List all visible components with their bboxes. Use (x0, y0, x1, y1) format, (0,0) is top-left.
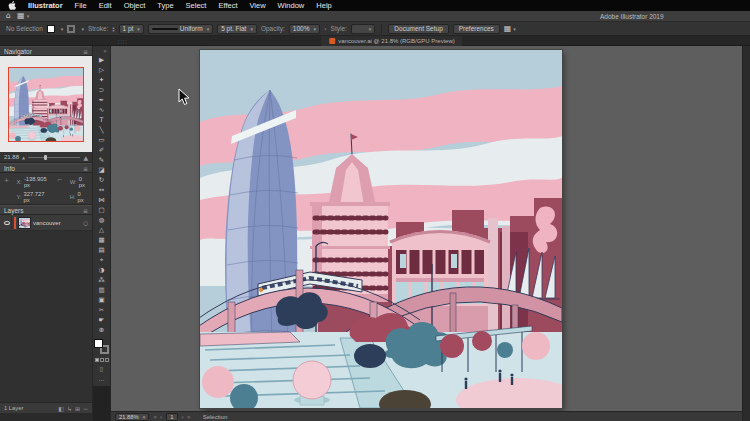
dock-bottom-spacer (0, 413, 92, 421)
chevron-down-icon: ▾ (27, 13, 30, 19)
stroke-caret-icon[interactable]: ▾ (81, 26, 84, 32)
pasteboard[interactable] (111, 46, 742, 411)
tool-gradient[interactable]: ▤ (95, 245, 109, 255)
prev-artboard-icon[interactable]: ‹ (160, 413, 162, 420)
navigator-zoom-slider[interactable] (28, 157, 80, 158)
tool-selection[interactable]: ▶ (95, 55, 109, 65)
layer-name[interactable]: vancouver (33, 220, 81, 226)
home-icon[interactable]: ⌂ (6, 12, 11, 20)
stroke-swatch[interactable] (67, 25, 75, 33)
apple-menu[interactable] (8, 1, 16, 10)
layer-visibility-toggle[interactable] (2, 217, 12, 229)
brush-dropdown[interactable]: 5 pt. Flat▾ (217, 24, 257, 34)
tool-line-segment[interactable]: ╲ (95, 125, 109, 135)
menu-file[interactable]: File (69, 1, 93, 10)
last-artboard-icon[interactable]: » (187, 413, 191, 420)
tool-pen[interactable]: ✒ (95, 95, 109, 105)
tool-lasso[interactable]: ⊃ (95, 85, 109, 95)
drawing-modes[interactable] (95, 358, 109, 362)
tool-eyedropper[interactable]: ⌖ (95, 255, 109, 265)
tool-graph[interactable]: ▥ (95, 285, 109, 295)
tool-pencil[interactable]: ✎ (95, 155, 109, 165)
layer-row[interactable]: vancouver ○ (0, 215, 92, 231)
delete-layer-icon[interactable]: − (83, 405, 88, 412)
menu-object[interactable]: Object (118, 1, 152, 10)
menu-type[interactable]: Type (151, 1, 179, 10)
artboard-number[interactable]: 1 (166, 413, 177, 421)
fill-caret-icon[interactable]: ▾ (61, 26, 64, 32)
artboard[interactable] (200, 50, 562, 408)
navigator-panel-header[interactable]: Navigator ≡ (0, 46, 92, 56)
navigator-zoom-value[interactable]: 21.88 (4, 154, 19, 160)
tool-slice[interactable]: ✂ (95, 305, 109, 315)
toolbar-collapse-chevron[interactable]: » (103, 46, 110, 55)
status-zoom-dropdown[interactable]: 21.88%▾ (115, 413, 149, 421)
toolbar-more-icon[interactable]: … (99, 375, 105, 382)
screen-mode-icon[interactable]: ▯ (100, 365, 103, 372)
next-artboard-icon[interactable]: › (182, 413, 184, 420)
preferences-button[interactable]: Preferences (453, 24, 500, 34)
info-h-value: 0 px (78, 191, 88, 203)
tool-perspective-grid[interactable]: △ (95, 225, 109, 235)
ai-document-icon (329, 38, 335, 44)
tool-direct-selection[interactable]: ▷ (95, 65, 109, 75)
tool-free-transform[interactable]: ▢ (95, 205, 109, 215)
stroke-weight-dropdown[interactable]: 1 pt▾ (119, 24, 144, 34)
workspace-icon[interactable]: ▦▾ (504, 25, 516, 33)
new-layer-icon[interactable]: ⊞ (75, 405, 80, 412)
style-dropdown[interactable]: ▾ (351, 24, 376, 34)
tool-width[interactable]: ⋈ (95, 195, 109, 205)
tool-mesh[interactable]: ▦ (95, 235, 109, 245)
document-tab[interactable]: vancouver.ai @ 21.8% (RGB/GPU Preview) (321, 36, 462, 46)
menu-help[interactable]: Help (310, 1, 337, 10)
fill-proxy[interactable] (94, 339, 103, 348)
tool-eraser[interactable]: ◪ (95, 165, 109, 175)
make-mask-icon[interactable]: ◧ (58, 405, 64, 412)
width-profile-dropdown[interactable]: Uniform▾ (148, 24, 213, 34)
panel-menu-icon[interactable]: ≡ (83, 165, 88, 172)
tool-artboard[interactable]: ▣ (95, 295, 109, 305)
navigator-preview[interactable] (0, 56, 92, 152)
menu-view[interactable]: View (243, 1, 271, 10)
tool-shape-builder[interactable]: ◍ (95, 215, 109, 225)
menu-illustrator[interactable]: Illustrator (22, 1, 69, 10)
info-panel-header[interactable]: Info ≡ (0, 163, 92, 173)
tool-magic-wand[interactable]: ✦ (95, 75, 109, 85)
panel-menu-icon[interactable]: ≡ (83, 207, 88, 214)
info-y-value: 327.727 px (24, 191, 52, 203)
document-setup-button[interactable]: Document Setup (388, 24, 448, 34)
style-label: Style: (331, 25, 347, 32)
layers-panel-header[interactable]: Layers ≡ (0, 205, 92, 215)
tool-paintbrush[interactable]: ✐ (95, 145, 109, 155)
new-sublayer-icon[interactable]: ↳ (67, 405, 72, 412)
tool-type[interactable]: T (95, 115, 109, 125)
menu-effect[interactable]: Effect (212, 1, 243, 10)
tool-curvature[interactable]: ∿ (95, 105, 109, 115)
menu-select[interactable]: Select (180, 1, 213, 10)
info-w-label: W: (70, 179, 77, 185)
tool-rectangle[interactable]: ▭ (95, 135, 109, 145)
zoom-out-icon[interactable]: ▲ (22, 155, 25, 160)
right-dock-strip[interactable] (742, 46, 750, 421)
opacity-dropdown[interactable]: 100%▾ (289, 24, 320, 34)
fill-swatch[interactable] (47, 25, 55, 33)
tool-blend[interactable]: ◑ (95, 265, 109, 275)
menu-edit[interactable]: Edit (93, 1, 118, 10)
arrange-documents-icon[interactable]: ▦▾ (17, 12, 29, 20)
layer-thumbnail[interactable] (18, 217, 31, 229)
stroke-stepper[interactable]: ▴▾ (112, 26, 114, 32)
expand-arrow-icon[interactable]: › (324, 25, 327, 33)
dock-grabber[interactable]: ∷∷ (118, 38, 128, 45)
first-artboard-icon[interactable]: « (153, 413, 157, 420)
tool-scale[interactable]: ↔ (95, 185, 109, 195)
tool-hand[interactable]: ☛ (95, 315, 109, 325)
tool-rotate[interactable]: ↻ (95, 175, 109, 185)
zoom-in-icon[interactable]: ▲ (83, 154, 88, 161)
tool-symbol-sprayer[interactable]: ⁂ (95, 275, 109, 285)
tools-panel: » ▶▷✦⊃✒∿T╲▭✐✎◪↻↔⋈▢◍△▦▤⌖◑⁂▥▣✂☛⊕ ▯ … (93, 46, 111, 421)
layer-target-icon[interactable]: ○ (83, 220, 90, 226)
fill-stroke-indicator[interactable] (94, 339, 109, 354)
tool-zoom[interactable]: ⊕ (95, 325, 109, 335)
panel-menu-icon[interactable]: ≡ (83, 48, 88, 55)
menu-window[interactable]: Window (272, 1, 311, 10)
